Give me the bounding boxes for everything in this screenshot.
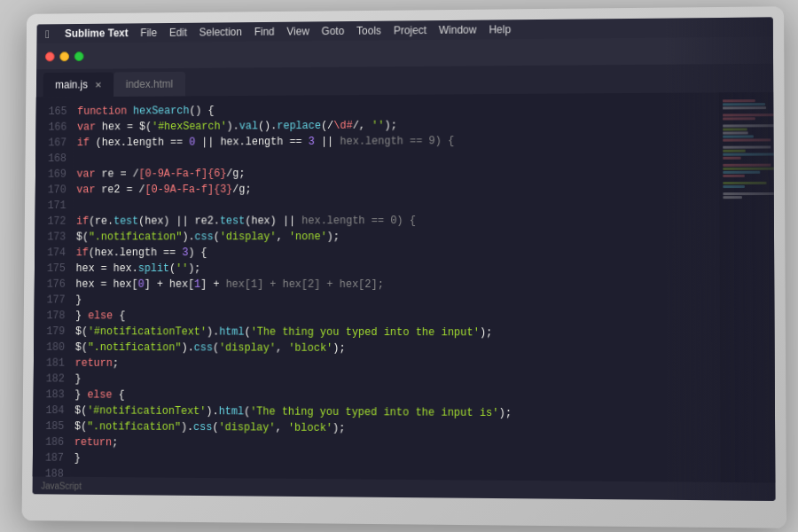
line-number: 176 [47, 277, 66, 293]
minimap-line [723, 110, 770, 113]
line-number: 185 [45, 419, 64, 434]
code-line [76, 196, 712, 214]
tab-main-js-label: main.js [55, 79, 88, 91]
tab-main-js-close[interactable]: ✕ [95, 80, 102, 90]
minimap-line [723, 171, 759, 174]
menu-window[interactable]: Window [439, 24, 477, 36]
line-number: 167 [48, 135, 66, 151]
line-number: 182 [46, 372, 65, 387]
minimap-line [723, 128, 747, 130]
minimap-line [723, 160, 770, 163]
minimap-line [723, 142, 770, 145]
line-number: 174 [47, 245, 66, 261]
minimap-line [723, 192, 774, 195]
code-line: var re = /[0-9A-Fa-f]{6}/g; [76, 164, 712, 183]
minimap-line [723, 131, 748, 134]
minimap-line [723, 124, 775, 127]
code-line: hex = hex.split(''); [75, 261, 712, 277]
screen:  Sublime Text File Edit Selection Find … [33, 17, 776, 500]
minimap-line [723, 157, 741, 160]
minimap-line [723, 121, 770, 123]
tab-main-js[interactable]: main.js ✕ [43, 72, 114, 97]
code-line: if(re.test(hex) || re2.test(hex) || hex.… [76, 212, 712, 229]
minimap-line [723, 196, 741, 199]
code-line: $('#notificationText').html('The thing y… [75, 324, 713, 341]
minimap-line [723, 103, 765, 106]
minimap-line [723, 175, 745, 177]
menu-tools[interactable]: Tools [356, 25, 381, 37]
minimap-line [723, 150, 745, 153]
editor[interactable]: 1651661671681691701711721731741751761771… [33, 92, 776, 483]
menu-project[interactable]: Project [394, 24, 426, 36]
line-number: 172 [47, 214, 66, 230]
minimap-line [723, 138, 771, 141]
minimap-line [723, 182, 766, 184]
minimap-line [723, 153, 774, 155]
minimap-line [723, 168, 775, 170]
close-button[interactable] [45, 51, 55, 61]
menu-file[interactable]: File [140, 27, 157, 39]
code-line: } else { [75, 308, 713, 325]
line-number: 168 [48, 151, 66, 167]
line-number: 183 [46, 387, 65, 403]
line-number: 173 [47, 230, 66, 246]
menu-selection[interactable]: Selection [200, 26, 242, 38]
menu-help[interactable]: Help [489, 23, 511, 35]
line-number: 180 [46, 340, 65, 356]
minimize-button[interactable] [59, 51, 69, 61]
traffic-lights [45, 51, 84, 61]
minimap-line [723, 185, 745, 188]
maximize-button[interactable] [74, 51, 84, 61]
line-number: 175 [47, 261, 66, 277]
tab-index-html[interactable]: index.html [113, 72, 185, 97]
minimap-line [723, 189, 770, 192]
line-number: 170 [48, 182, 66, 198]
line-number: 166 [48, 120, 66, 136]
minimap-line [723, 99, 755, 102]
menu-view[interactable]: View [286, 25, 309, 37]
menu-goto[interactable]: Goto [322, 25, 345, 37]
line-number: 186 [45, 434, 64, 450]
code-line: if(hex.length == 3) { [76, 245, 713, 261]
code-line: $(".notification").css('display', 'none'… [76, 229, 713, 246]
code-area[interactable]: function hexSearch() { var hex = $('#hex… [71, 92, 721, 482]
line-number: 181 [46, 356, 65, 372]
minimap-line [723, 145, 771, 148]
monitor:  Sublime Text File Edit Selection Find … [22, 6, 786, 528]
line-number: 177 [47, 293, 66, 309]
tab-index-html-label: index.html [126, 78, 173, 90]
menu-find[interactable]: Find [254, 26, 275, 38]
status-text: JavaScript [41, 481, 82, 490]
apple-icon:  [45, 27, 50, 41]
code-line: $(".notification").css('display', 'block… [75, 340, 713, 357]
code-line: hex = hex[0] + hex[1] + hex[1] + hex[2] … [75, 277, 712, 293]
code-line: } [75, 293, 712, 309]
line-number: 169 [48, 167, 66, 183]
minimap-line [723, 178, 770, 181]
line-number: 178 [46, 308, 65, 324]
line-number: 165 [49, 104, 67, 120]
minimap-line [723, 164, 771, 167]
menu-edit[interactable]: Edit [169, 27, 187, 39]
minimap-line [723, 106, 766, 109]
code-line: var re2 = /[0-9A-Fa-f]{3}/g; [76, 180, 712, 198]
line-number: 184 [45, 403, 64, 419]
menu-sublime-text[interactable]: Sublime Text [65, 27, 129, 39]
line-numbers: 1651661671681691701711721731741751761771… [33, 97, 74, 476]
minimap-line [723, 113, 775, 116]
line-number: 187 [45, 450, 64, 466]
minimap-line [723, 135, 753, 137]
line-number: 179 [46, 324, 65, 340]
line-number: 171 [48, 198, 66, 214]
minimap[interactable] [719, 92, 775, 483]
minimap-line [723, 117, 755, 120]
